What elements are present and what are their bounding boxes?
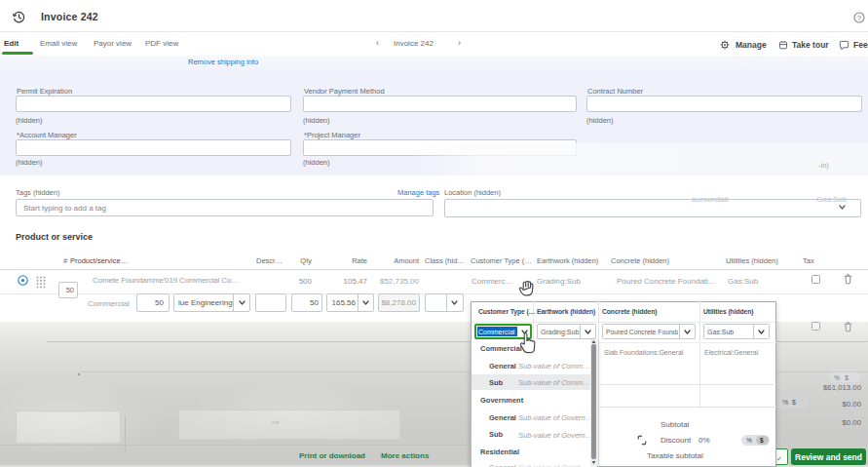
svg-text:?: ? [857, 14, 862, 22]
